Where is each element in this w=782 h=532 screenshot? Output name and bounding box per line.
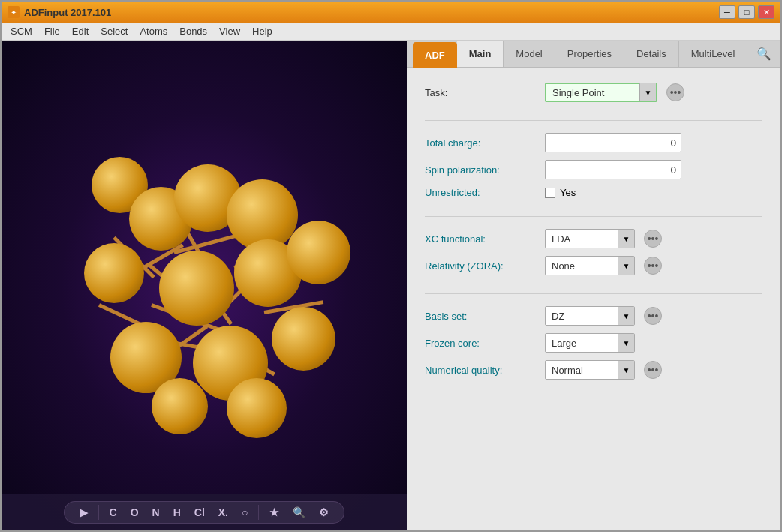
frozen-core-label: Frozen core: [425, 338, 545, 349]
spin-polarization-input[interactable] [545, 160, 681, 179]
spin-polarization-row: Spin polarization: [425, 160, 762, 179]
task-dropdown-value: Single Point [546, 87, 639, 98]
atom [272, 307, 335, 371]
total-charge-control [545, 133, 681, 152]
menu-view[interactable]: View [213, 24, 246, 38]
xc-functional-value: LDA [546, 233, 618, 245]
numerical-more-button[interactable]: ••• [644, 361, 662, 379]
menu-help[interactable]: Help [246, 24, 278, 38]
title-bar-left: ✦ ADFinput 2017.101 [8, 6, 111, 18]
tab-multilevel[interactable]: MultiLevel [679, 41, 748, 67]
custom-element-button[interactable]: X. [215, 505, 231, 520]
tab-properties[interactable]: Properties [555, 41, 624, 67]
application-window: ✦ ADFinput 2017.101 ─ □ ✕ SCM File Edit … [0, 0, 782, 532]
menu-bar: SCM File Edit Select Atoms Bonds View He… [2, 23, 780, 41]
charge-spin-section: Total charge: Spin polarization: Unrestr… [425, 133, 762, 198]
menu-scm[interactable]: SCM [5, 24, 38, 38]
atom [84, 243, 144, 303]
xc-more-button[interactable]: ••• [644, 230, 662, 248]
unrestricted-row: Unrestricted: Yes [425, 187, 762, 198]
menu-file[interactable]: File [38, 24, 66, 38]
basis-more-button[interactable]: ••• [644, 307, 662, 325]
atom [159, 251, 234, 326]
numerical-quality-arrow[interactable]: ▼ [618, 361, 634, 379]
chlorine-button[interactable]: Cl [191, 505, 208, 520]
task-dropdown[interactable]: Single Point ▼ [545, 83, 657, 102]
window-controls: ─ □ ✕ [719, 5, 774, 19]
tab-details[interactable]: Details [624, 41, 679, 67]
tab-model[interactable]: Model [504, 41, 555, 67]
title-bar: ✦ ADFinput 2017.101 ─ □ ✕ [2, 2, 780, 23]
atom [287, 221, 350, 284]
divider-1 [425, 120, 762, 121]
numerical-quality-row: Numerical quality: Normal ▼ ••• [425, 360, 762, 380]
unrestricted-checkbox[interactable] [545, 188, 555, 198]
tab-main[interactable]: Main [457, 41, 504, 67]
basis-set-label: Basis set: [425, 311, 545, 322]
ring-button[interactable]: ○ [239, 505, 251, 520]
menu-bonds[interactable]: Bonds [173, 24, 213, 38]
search-button[interactable]: 🔍 [747, 47, 780, 61]
basis-set-dropdown[interactable]: DZ ▼ [545, 306, 635, 326]
toolbar-separator [98, 505, 99, 520]
unrestricted-yes-label: Yes [560, 187, 576, 198]
oxygen-button[interactable]: O [128, 505, 142, 520]
basis-set-row: Basis set: DZ ▼ ••• [425, 306, 762, 326]
xc-functional-row: XC functional: LDA ▼ ••• [425, 229, 762, 248]
numerical-quality-value: Normal [546, 365, 618, 376]
relativity-row: Relativity (ZORA): None ▼ ••• [425, 256, 762, 275]
menu-edit[interactable]: Edit [66, 24, 95, 38]
favorites-button[interactable]: ★ [266, 505, 282, 520]
cursor-tool-button[interactable]: ▶ [77, 505, 91, 520]
total-charge-input[interactable] [545, 133, 681, 152]
tab-bar: ADF Main Model Properties Details MultiL… [407, 41, 780, 68]
divider-3 [425, 293, 762, 294]
menu-atoms[interactable]: Atoms [134, 24, 173, 38]
toolbar-separator-2 [258, 505, 259, 520]
viewport-3d[interactable] [2, 41, 407, 494]
molecule-container [2, 41, 407, 494]
numerical-quality-control: Normal ▼ ••• [545, 360, 662, 380]
settings-button[interactable]: ⚙ [316, 505, 332, 520]
basis-set-arrow[interactable]: ▼ [618, 307, 634, 325]
maximize-button[interactable]: □ [738, 5, 755, 19]
xc-functional-arrow[interactable]: ▼ [618, 230, 634, 248]
atom [227, 378, 287, 438]
frozen-core-dropdown[interactable]: Large ▼ [545, 333, 635, 353]
task-control-group: Single Point ▼ ••• [545, 83, 684, 102]
relativity-value: None [546, 260, 618, 272]
minimize-button[interactable]: ─ [719, 5, 735, 19]
viewport: ▶ C O N H Cl X. ○ ★ 🔍 ⚙ [2, 41, 407, 530]
task-dropdown-arrow[interactable]: ▼ [639, 83, 656, 101]
total-charge-row: Total charge: [425, 133, 762, 152]
carbon-button[interactable]: C [107, 505, 120, 520]
viewport-toolbar: ▶ C O N H Cl X. ○ ★ 🔍 ⚙ [2, 494, 407, 530]
hydrogen-button[interactable]: H [170, 505, 184, 520]
relativity-label: Relativity (ZORA): [425, 260, 545, 272]
basis-set-control: DZ ▼ ••• [545, 306, 662, 326]
frozen-core-value: Large [546, 338, 618, 349]
relativity-dropdown[interactable]: None ▼ [545, 256, 635, 275]
basis-section: Basis set: DZ ▼ ••• Frozen core: [425, 306, 762, 380]
app-icon: ✦ [8, 6, 20, 18]
xc-functional-dropdown[interactable]: LDA ▼ [545, 229, 635, 248]
xc-functional-control: LDA ▼ ••• [545, 229, 662, 248]
numerical-quality-dropdown[interactable]: Normal ▼ [545, 360, 635, 380]
total-charge-label: Total charge: [425, 137, 545, 149]
search-structure-button[interactable]: 🔍 [290, 505, 308, 520]
unrestricted-label: Unrestricted: [425, 187, 545, 198]
close-button[interactable]: ✕ [758, 5, 774, 19]
frozen-core-arrow[interactable]: ▼ [618, 334, 634, 352]
tab-adf[interactable]: ADF [413, 42, 457, 68]
task-label: Task: [425, 87, 545, 98]
task-row: Task: Single Point ▼ ••• [425, 83, 762, 102]
nitrogen-button[interactable]: N [149, 505, 163, 520]
right-panel: ADF Main Model Properties Details MultiL… [407, 41, 780, 530]
basis-set-value: DZ [546, 311, 618, 322]
relativity-arrow[interactable]: ▼ [618, 257, 634, 275]
task-more-button[interactable]: ••• [666, 83, 684, 101]
relativity-more-button[interactable]: ••• [644, 257, 662, 275]
menu-select[interactable]: Select [95, 24, 134, 38]
divider-2 [425, 216, 762, 217]
relativity-control: None ▼ ••• [545, 256, 662, 275]
